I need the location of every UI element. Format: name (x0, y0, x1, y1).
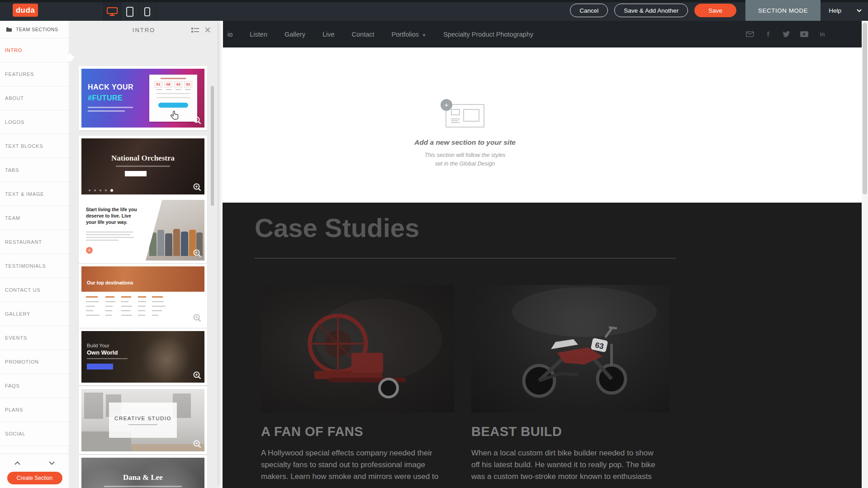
template-title: HACK YOUR (88, 83, 133, 91)
section-template-top-destinations[interactable]: Our top destinations (79, 264, 207, 328)
sidebar-item-contact-us[interactable]: CONTACT US (0, 278, 69, 302)
zoom-icon[interactable] (193, 116, 202, 125)
heading-divider (255, 258, 676, 259)
page-scrollbar[interactable] (862, 21, 868, 488)
dirt-bike-image: 63 (471, 285, 669, 412)
chevron-down-icon (49, 461, 55, 465)
case-study-text: When a local custom dirt bike builder ne… (471, 447, 661, 483)
nav-item-portfolios[interactable]: Portfolios▼ (392, 31, 426, 38)
panel-scrollbar[interactable] (211, 86, 214, 206)
sidebar-item-faqs[interactable]: FAQS (0, 374, 69, 398)
section-template-creative-studio[interactable]: CREATIVE STUDIO (79, 386, 207, 454)
sidebar-item-text-blocks[interactable]: TEXT BLOCKS (0, 134, 69, 158)
list-view-icon[interactable] (191, 27, 199, 33)
nav-item-partial[interactable]: io (228, 31, 232, 38)
case-study-title: BEAST BUILD (471, 424, 669, 439)
sidebar-item-team[interactable]: TEAM (0, 206, 69, 230)
template-title: Build Your (87, 343, 109, 348)
twitter-icon[interactable] (782, 30, 790, 38)
close-icon[interactable]: ✕ (204, 26, 211, 34)
duda-editor: duda Cancel Save & A (0, 0, 868, 488)
sidebar-item-logos[interactable]: LOGOS (0, 110, 69, 134)
add-section-placeholder[interactable]: + Add a new section to your site This se… (397, 104, 533, 168)
save-button[interactable]: Save (694, 4, 736, 17)
case-study-card: 63 BEAST BUILD When a local custom dirt … (471, 285, 669, 483)
section-template-national-orchestra[interactable]: National Orchestra (79, 136, 207, 197)
case-study-text: A Hollywood special effects company need… (261, 447, 451, 483)
fan-machine-image (261, 285, 454, 412)
template-cta-button (125, 171, 147, 176)
countdown-value: 08 (164, 81, 172, 88)
nav-item-specialty-product-photography[interactable]: Specialty Product Photography (443, 31, 533, 38)
zoom-icon[interactable] (193, 440, 202, 449)
zoom-icon[interactable] (193, 313, 202, 322)
nav-item-contact[interactable]: Contact (352, 31, 375, 38)
sidebar-header-label: TEAM SECTIONS (16, 27, 58, 32)
template-cta-button (158, 103, 188, 108)
save-add-another-button[interactable]: Save & Add Another (614, 4, 688, 17)
sidebar-item-promotion[interactable]: PROMOTION (0, 350, 69, 374)
site-white-area: + Add a new section to your site This se… (223, 47, 862, 203)
tablet-preview-button[interactable] (121, 2, 138, 21)
template-photo (81, 266, 204, 292)
template-title: Dana & Lee (81, 473, 204, 482)
sidebar-item-features[interactable]: FEATURES (0, 62, 69, 86)
email-icon[interactable] (746, 30, 754, 38)
sidebar-item-tabs[interactable]: TABS (0, 158, 69, 182)
template-title: CREATIVE STUDIO (114, 416, 171, 421)
nav-item-listen[interactable]: Listen (250, 31, 267, 38)
section-template-start-living[interactable]: Start living the life you deserve to liv… (79, 197, 207, 263)
section-mode-badge: SECTION MODE (745, 0, 821, 21)
sidebar-item-intro[interactable]: INTRO (0, 38, 69, 62)
create-section-button[interactable]: Create Section (7, 472, 62, 484)
linkedin-icon[interactable]: in (818, 30, 826, 38)
scroll-up-button[interactable] (0, 454, 35, 472)
template-subtitle: Own World (87, 349, 118, 356)
sidebar-item-events[interactable]: EVENTS (0, 326, 69, 350)
mobile-preview-button[interactable] (138, 2, 156, 21)
panel-title: INTRO (133, 27, 155, 33)
sidebar-item-text-image[interactable]: TEXT & IMAGE (0, 182, 69, 206)
chevron-down-icon (857, 9, 862, 12)
sidebar-bottom: Create Section (0, 454, 69, 488)
zoom-icon[interactable] (193, 183, 202, 192)
desktop-preview-button[interactable] (103, 2, 121, 21)
sidebar-pager (0, 454, 69, 472)
zoom-icon[interactable] (193, 249, 202, 258)
sidebar-item-restaurant[interactable]: RESTAURANT (0, 230, 69, 254)
case-study-card: A FAN OF FANS A Hollywood special effect… (261, 285, 454, 483)
youtube-icon[interactable] (800, 30, 808, 38)
scrollbar-thumb[interactable] (863, 23, 867, 194)
nav-item-gallery[interactable]: Gallery (285, 31, 305, 38)
mobile-icon (144, 7, 150, 16)
sidebar-item-testimonials[interactable]: TESTIMONIALS (0, 254, 69, 278)
zoom-icon[interactable] (193, 371, 202, 380)
sidebar-item-gallery[interactable]: GALLERY (0, 302, 69, 326)
sections-sidebar: TEAM SECTIONS INTRO FEATURES ABOUT LOGOS… (0, 21, 70, 488)
intro-sections-panel: INTRO ✕ HACK YOUR #FUTURE (70, 21, 218, 488)
bike-number: 63 (594, 341, 604, 351)
sidebar-item-about[interactable]: ABOUT (0, 86, 69, 110)
facebook-icon[interactable]: f (764, 30, 772, 38)
template-subtitle: #FUTURE (88, 94, 123, 102)
section-template-dana-and-lee[interactable]: Dana & Lee ▼ (79, 455, 207, 488)
add-section-title: Add a new section to your site (397, 138, 533, 147)
tablet-icon (126, 7, 133, 17)
template-title: National Orchestra (81, 154, 204, 163)
cancel-button[interactable]: Cancel (570, 4, 608, 17)
countdown-value: 52 (184, 81, 192, 88)
template-overlay-card: CREATIVE STUDIO (109, 403, 177, 438)
plus-badge: + (86, 247, 93, 254)
section-template-build-your-own-world[interactable]: Build Your Own World (79, 328, 207, 385)
scroll-down-button[interactable] (35, 454, 70, 472)
help-menu[interactable]: Help (821, 0, 868, 21)
panel-body: HACK YOUR #FUTURE 01 08 43 52 (70, 39, 218, 488)
nav-item-live[interactable]: Live (323, 31, 335, 38)
duda-logo[interactable]: duda (13, 4, 38, 17)
sidebar-item-social[interactable]: SOCIAL (0, 422, 69, 446)
editor-topbar: duda Cancel Save & A (0, 0, 868, 21)
case-studies-section: Case Studies A FAN OF FANS A Hollyw (223, 203, 862, 488)
chevron-down-icon: ▼ (422, 33, 426, 38)
section-template-hack-your-future[interactable]: HACK YOUR #FUTURE 01 08 43 52 (79, 66, 207, 130)
sidebar-item-plans[interactable]: PLANS (0, 398, 69, 422)
